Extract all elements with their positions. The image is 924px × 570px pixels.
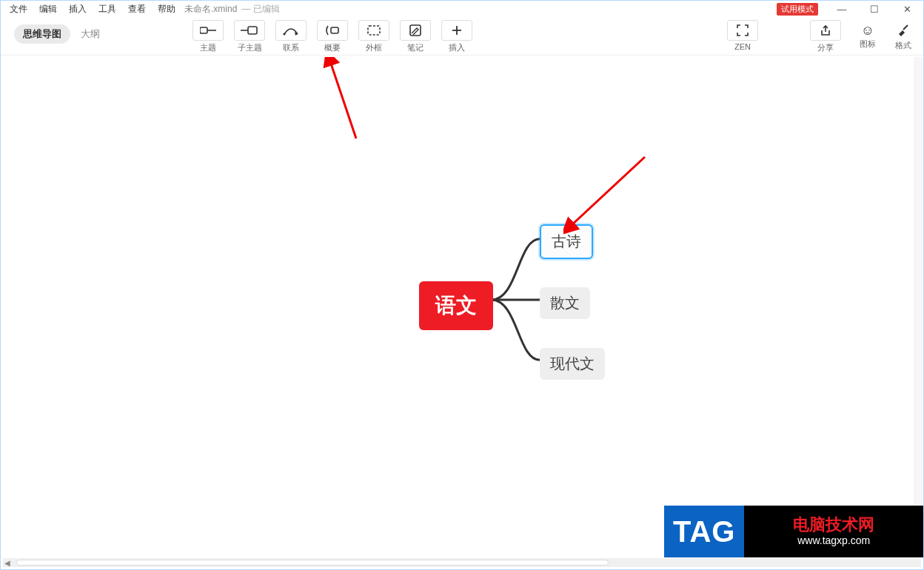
annotation-arrow-1 bbox=[319, 57, 364, 146]
svg-rect-0 bbox=[200, 27, 207, 33]
tool-zen[interactable]: ZEN bbox=[723, 20, 762, 53]
tool-share-label: 分享 bbox=[817, 42, 834, 53]
watermark-title: 电脑技术网 bbox=[793, 516, 874, 534]
view-mindmap-tab[interactable]: 思维导图 bbox=[14, 24, 70, 44]
vertical-scrollbar[interactable] bbox=[914, 57, 923, 556]
scroll-left-icon[interactable]: ◀ bbox=[3, 559, 12, 567]
watermark-tag: TAG bbox=[664, 506, 744, 557]
window-controls: 试用模式 — ☐ ✕ bbox=[777, 1, 923, 17]
scroll-thumb[interactable] bbox=[16, 560, 609, 566]
menu-tools[interactable]: 工具 bbox=[93, 3, 122, 16]
tool-subtopic-label: 子主题 bbox=[238, 42, 262, 53]
svg-rect-3 bbox=[248, 27, 257, 34]
svg-rect-6 bbox=[331, 27, 338, 33]
tool-summary-label: 概要 bbox=[324, 42, 341, 53]
tool-summary[interactable]: 概要 bbox=[313, 20, 352, 53]
window-close[interactable]: ✕ bbox=[891, 1, 923, 17]
tool-icons[interactable]: ☺ 图标 bbox=[860, 20, 876, 51]
watermark-right: 电脑技术网 www.tagxp.com bbox=[744, 506, 923, 557]
menu-view[interactable]: 查看 bbox=[122, 3, 152, 16]
tool-format[interactable]: 格式 bbox=[895, 20, 911, 51]
tool-insert-label: 插入 bbox=[449, 42, 465, 53]
tool-subtopic[interactable]: 子主题 bbox=[230, 20, 269, 53]
tool-format-label: 格式 bbox=[895, 40, 911, 51]
brush-icon bbox=[897, 23, 910, 40]
svg-rect-7 bbox=[368, 26, 380, 35]
relation-icon bbox=[275, 20, 307, 41]
toolbar: 思维导图 大纲 主题 子主题 联系 概要 bbox=[1, 17, 923, 56]
node-child-1[interactable]: 散文 bbox=[540, 287, 590, 319]
node-child-2[interactable]: 现代文 bbox=[540, 348, 605, 380]
tool-relation[interactable]: 联系 bbox=[272, 20, 310, 53]
tool-boundary-label: 外框 bbox=[366, 42, 382, 53]
watermark: TAG 电脑技术网 www.tagxp.com bbox=[664, 506, 923, 557]
tool-boundary[interactable]: 外框 bbox=[355, 20, 393, 53]
tool-topic-label: 主题 bbox=[200, 42, 216, 53]
svg-line-12 bbox=[571, 157, 645, 226]
window-maximize[interactable]: ☐ bbox=[858, 1, 891, 17]
tool-zen-label: ZEN bbox=[734, 42, 751, 51]
boundary-icon bbox=[358, 20, 389, 41]
tool-group: 主题 子主题 联系 概要 外框 bbox=[189, 20, 476, 53]
mindmap-canvas[interactable]: 语文 古诗 散文 现代文 bbox=[1, 57, 923, 556]
trial-mode-badge[interactable]: 试用模式 bbox=[777, 3, 818, 16]
horizontal-scrollbar[interactable]: ◀ bbox=[3, 558, 921, 567]
view-switch: 思维导图 大纲 bbox=[14, 24, 100, 44]
svg-rect-8 bbox=[410, 25, 421, 36]
tool-topic[interactable]: 主题 bbox=[189, 20, 227, 53]
menu-edit[interactable]: 编辑 bbox=[33, 3, 63, 16]
tool-insert[interactable]: 插入 bbox=[438, 20, 476, 53]
smiley-icon: ☺ bbox=[861, 23, 874, 38]
svg-point-4 bbox=[283, 33, 285, 35]
view-outline-tab[interactable]: 大纲 bbox=[81, 27, 100, 41]
summary-icon bbox=[317, 20, 348, 41]
menu-help[interactable]: 帮助 bbox=[152, 3, 181, 16]
tool-note-label: 笔记 bbox=[407, 42, 424, 53]
document-filename: 未命名.xmind bbox=[184, 3, 237, 16]
svg-line-11 bbox=[330, 61, 356, 138]
share-icon bbox=[810, 20, 841, 41]
topic-icon bbox=[192, 20, 224, 41]
subtopic-icon bbox=[234, 20, 265, 41]
tool-share[interactable]: 分享 bbox=[806, 20, 845, 53]
insert-icon bbox=[441, 20, 472, 41]
tool-relation-label: 联系 bbox=[283, 42, 299, 53]
menu-file[interactable]: 文件 bbox=[4, 3, 33, 16]
node-child-0[interactable]: 古诗 bbox=[540, 224, 593, 259]
menu-insert[interactable]: 插入 bbox=[63, 3, 93, 16]
document-status: — 已编辑 bbox=[241, 3, 279, 16]
zen-icon bbox=[727, 20, 758, 41]
watermark-url: www.tagxp.com bbox=[797, 535, 870, 546]
node-root[interactable]: 语文 bbox=[419, 281, 493, 330]
right-tool-group: ZEN 分享 bbox=[723, 20, 845, 53]
tool-note[interactable]: 笔记 bbox=[396, 20, 435, 53]
far-right-tools: ☺ 图标 格式 bbox=[860, 20, 911, 51]
note-icon bbox=[400, 20, 431, 41]
annotation-arrow-2 bbox=[563, 153, 652, 235]
window-minimize[interactable]: — bbox=[826, 1, 858, 17]
tool-icons-label: 图标 bbox=[860, 38, 876, 50]
